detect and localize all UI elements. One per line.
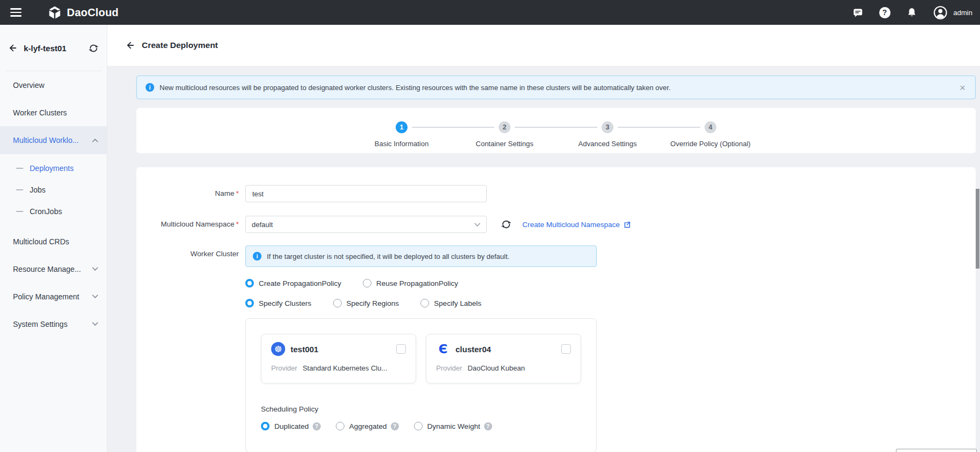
cluster-card-cluster04[interactable]: Є cluster04 Provider DaoCloud Kubean [426,334,581,383]
name-input[interactable] [245,185,487,202]
brand: DaoCloud [47,5,119,20]
radio-reuse-propagationpolicy[interactable]: Reuse PropagationPolicy [363,279,458,287]
bottom-right-panel-edge [896,449,977,452]
radio-duplicated[interactable]: Duplicated ? [261,422,321,430]
cluster-selection-box: ☸ test001 Provider Standard Kubernetes C… [245,318,597,452]
radio-label: Dynamic Weight [427,422,480,430]
radio-label: Create PropagationPolicy [259,279,341,287]
chevron-down-icon [92,267,98,271]
radio-selected-icon [245,279,254,287]
sidebar-item-system-settings[interactable]: System Settings [0,310,107,338]
radio-selected-icon [245,299,254,307]
help-icon[interactable]: ? [484,422,492,430]
name-label: Name [215,189,234,197]
banner-close-button[interactable]: × [958,83,967,93]
avatar [933,5,948,20]
sidebar-item-deployments[interactable]: Deployments [0,157,107,179]
chevron-down-icon [474,223,480,227]
dash-icon [16,168,23,169]
radio-create-propagationpolicy[interactable]: Create PropagationPolicy [245,279,341,287]
menu-toggle-button[interactable] [9,4,27,20]
question-icon: ? [879,7,891,18]
namespace-select[interactable]: default [245,216,487,233]
step-label: Advanced Settings [578,140,637,148]
switch-workspace-icon [88,43,99,53]
top-bar: DaoCloud ? [0,0,980,25]
dash-icon [16,211,23,212]
stepper: 1 Basic Information 2 Container Settings… [350,108,762,153]
external-link-icon [623,221,631,229]
sidebar-item-worker-clusters[interactable]: Worker Clusters [0,99,107,126]
workspace-back-button[interactable] [6,42,18,54]
workspace-header: k-lyf-test01 [0,25,107,71]
sidebar-item-label: Resource Manage... [13,265,81,273]
radio-dynamic-weight[interactable]: Dynamic Weight ? [414,422,492,430]
scheduling-policy-label: Scheduling Policy [261,405,581,413]
radio-specify-labels[interactable]: Specify Labels [420,299,481,307]
help-button[interactable]: ? [879,7,891,18]
step-label: Container Settings [476,140,534,148]
stepper-panel: 1 Basic Information 2 Container Settings… [136,108,976,153]
target-options: Specify Clusters Specify Regions Specify… [245,299,597,307]
cluster-name: test001 [291,345,319,354]
scheduling-policy-options: Duplicated ? Aggregated ? [261,422,581,430]
workspace-name: k-lyf-test01 [24,44,87,53]
content-area: i New multicloud resources will be propa… [107,66,980,452]
cluster-checkbox[interactable] [561,344,571,354]
sidebar-item-cronjobs[interactable]: CronJobs [0,201,107,222]
kubernetes-icon: ☸ [271,342,285,356]
page-header: Create Deployment [107,25,980,66]
sidebar-item-multicloud-crds[interactable]: Multicloud CRDs [0,228,107,255]
vertical-scrollbar[interactable] [976,189,979,269]
back-icon [8,43,17,53]
worker-cluster-row: Worker Cluster i If the target cluster i… [136,245,976,452]
namespace-label: Multicloud Namespace [161,220,234,228]
radio-specify-clusters[interactable]: Specify Clusters [245,299,312,307]
notifications-button[interactable] [906,7,917,18]
sidebar-item-jobs[interactable]: Jobs [0,179,107,201]
create-namespace-link[interactable]: Create Multicloud Namespace [522,221,631,229]
radio-label: Aggregated [349,422,387,430]
radio-label: Reuse PropagationPolicy [376,279,458,287]
sidebar-item-label: Policy Management [13,292,79,301]
radio-selected-icon [261,422,270,430]
chevron-down-icon [92,295,98,298]
radio-label: Duplicated [274,422,309,430]
daocloud-logo-icon [47,5,62,20]
worker-cluster-info-text: If the target cluster is not specified, … [267,252,509,261]
namespace-refresh-button[interactable] [500,218,513,231]
banner-text: New multicloud resources will be propaga… [160,84,671,92]
kubean-icon: Є [436,342,450,356]
step-number: 3 [602,121,613,133]
sidebar-item-policy-management[interactable]: Policy Management [0,283,107,310]
create-namespace-link-label: Create Multicloud Namespace [522,221,620,229]
sidebar-item-label: Multicloud CRDs [13,237,69,246]
workspace-switch-button[interactable] [87,42,100,54]
sidebar-item-label: CronJobs [30,207,62,216]
help-icon[interactable]: ? [313,422,321,430]
user-menu-button[interactable] [933,5,948,20]
sidebar-item-multicloud-workloads[interactable]: Multicloud Worklo... [0,126,107,154]
propagation-policy-options: Create PropagationPolicy Reuse Propagati… [245,279,597,287]
back-icon [125,40,135,50]
step-override-policy: 4 Override Policy (Optional) [659,121,762,153]
workloads-submenu: Deployments Jobs CronJobs [0,154,107,228]
cluster-checkbox[interactable] [396,344,406,354]
page-back-button[interactable] [125,40,135,50]
cluster-card-test001[interactable]: ☸ test001 Provider Standard Kubernetes C… [261,334,416,383]
radio-aggregated[interactable]: Aggregated ? [336,422,399,430]
help-icon[interactable]: ? [391,422,399,430]
provider-label: Provider [436,364,462,372]
sidebar-item-overview[interactable]: Overview [0,71,107,99]
brand-name: DaoCloud [67,6,119,19]
sidebar-item-label: Deployments [30,164,74,173]
sidebar-item-resource-management[interactable]: Resource Manage... [0,255,107,283]
sidebar-item-label: Worker Clusters [13,108,67,117]
radio-specify-regions[interactable]: Specify Regions [333,299,399,307]
page-title: Create Deployment [142,40,218,50]
messages-button[interactable] [852,7,864,18]
provider-label: Provider [271,364,297,372]
required-mark: * [236,189,239,197]
provider-value: DaoCloud Kubean [467,364,524,372]
sidebar-item-label: Jobs [30,186,46,194]
